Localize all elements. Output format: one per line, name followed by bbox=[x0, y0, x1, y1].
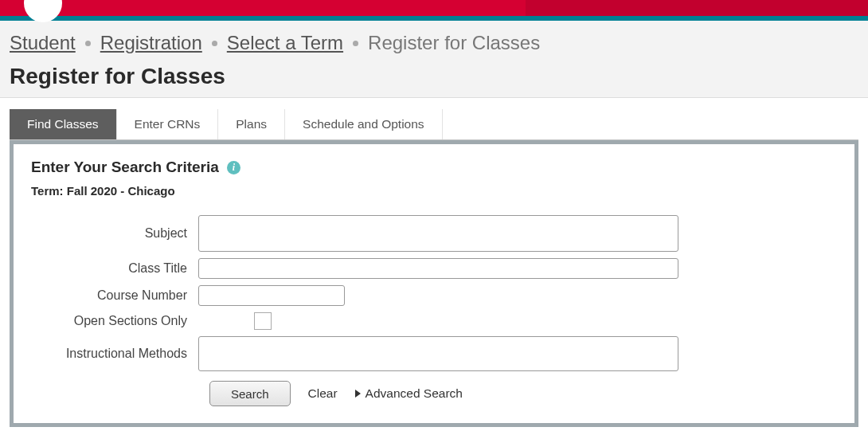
label-class-title: Class Title bbox=[31, 261, 198, 276]
breadcrumb-current: Register for Classes bbox=[368, 32, 540, 54]
criteria-heading-text: Enter Your Search Criteria bbox=[31, 159, 219, 176]
label-subject: Subject bbox=[31, 226, 198, 241]
breadcrumb-registration[interactable]: Registration bbox=[100, 32, 202, 54]
class-title-field[interactable] bbox=[198, 258, 678, 279]
term-line: Term: Fall 2020 - Chicago bbox=[31, 184, 837, 198]
search-panel: Enter Your Search Criteria i Term: Fall … bbox=[10, 140, 858, 427]
advanced-search-text: Advanced Search bbox=[366, 386, 463, 401]
label-open-sections: Open Sections Only bbox=[31, 314, 198, 328]
open-sections-checkbox[interactable] bbox=[254, 312, 272, 330]
search-form: Subject Class Title Course Number Open S… bbox=[31, 215, 837, 406]
page-title: Register for Classes bbox=[10, 64, 858, 89]
search-button[interactable]: Search bbox=[209, 381, 291, 406]
course-number-field[interactable] bbox=[198, 285, 345, 306]
tab-plans[interactable]: Plans bbox=[218, 109, 285, 139]
tab-enter-crns[interactable]: Enter CRNs bbox=[117, 109, 219, 139]
breadcrumb-student[interactable]: Student bbox=[10, 32, 76, 54]
content-shell: Find Classes Enter CRNs Plans Schedule a… bbox=[10, 109, 858, 427]
breadcrumb-separator bbox=[353, 41, 358, 46]
subject-field[interactable] bbox=[198, 215, 678, 252]
label-course-number: Course Number bbox=[31, 288, 198, 303]
caret-right-icon bbox=[355, 390, 361, 398]
button-row: Search Clear Advanced Search bbox=[31, 381, 837, 406]
instructional-methods-field[interactable] bbox=[198, 336, 678, 371]
breadcrumb-separator bbox=[85, 41, 91, 46]
breadcrumb: Student Registration Select a Term Regis… bbox=[10, 32, 858, 54]
breadcrumb-separator bbox=[212, 41, 217, 46]
label-instructional: Instructional Methods bbox=[31, 347, 198, 361]
header-banner bbox=[0, 0, 868, 16]
clear-link[interactable]: Clear bbox=[308, 386, 338, 401]
criteria-header: Enter Your Search Criteria i bbox=[31, 159, 837, 176]
tab-schedule-options[interactable]: Schedule and Options bbox=[285, 109, 443, 139]
breadcrumb-wrap: Student Registration Select a Term Regis… bbox=[0, 21, 868, 98]
header-banner-accent bbox=[526, 0, 868, 16]
advanced-search-link[interactable]: Advanced Search bbox=[355, 386, 463, 401]
tab-find-classes[interactable]: Find Classes bbox=[10, 109, 117, 139]
breadcrumb-select-term[interactable]: Select a Term bbox=[227, 32, 343, 54]
tabs: Find Classes Enter CRNs Plans Schedule a… bbox=[10, 109, 858, 140]
info-icon[interactable]: i bbox=[227, 161, 240, 174]
